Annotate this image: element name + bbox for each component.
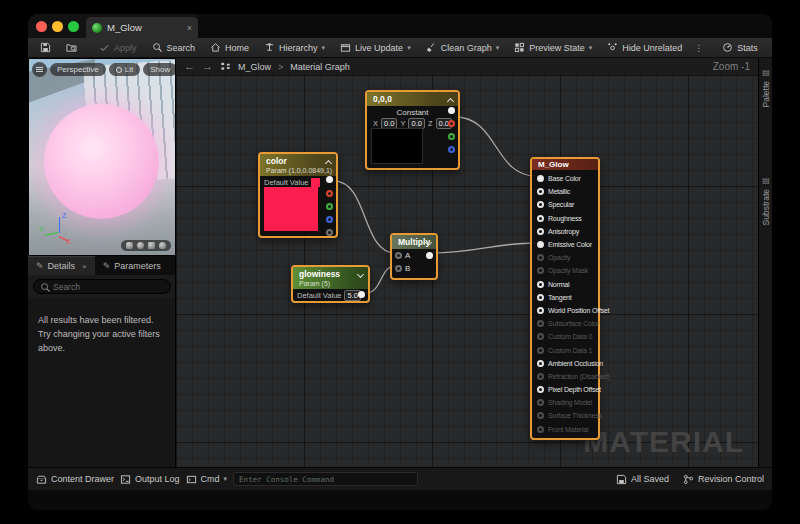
glowiness-output-pin[interactable] — [358, 291, 365, 298]
lit-mode-button[interactable]: Lit — [109, 63, 140, 76]
cmd-dropdown[interactable]: Cmd▾ — [186, 474, 228, 485]
collapse-chevron-icon[interactable] — [325, 160, 332, 167]
details-search-box[interactable] — [33, 279, 171, 294]
preview-state-dropdown[interactable]: Preview State▾ — [508, 40, 598, 55]
forward-arrow-icon[interactable]: → — [202, 61, 213, 72]
material-pin-front-material[interactable]: Front Material — [532, 423, 598, 436]
material-pin-opacity-mask[interactable]: Opacity Mask — [532, 264, 598, 277]
show-menu-button[interactable]: Show — [143, 63, 176, 76]
material-pin-opacity[interactable]: Opacity — [532, 251, 598, 264]
pin-icon[interactable] — [537, 188, 544, 195]
material-pin-subsurface-color[interactable]: Subsurface Color — [532, 317, 598, 330]
material-pin-metallic[interactable]: Metallic — [532, 185, 598, 198]
node-multiply[interactable]: Multiply A B — [390, 233, 438, 280]
expand-chevron-icon[interactable] — [357, 271, 364, 278]
constant-b-pin[interactable] — [448, 146, 455, 153]
pin-icon[interactable] — [537, 360, 544, 367]
node-constant-header[interactable]: 0,0,0 — [367, 92, 458, 106]
browse-asset-button[interactable] — [60, 40, 83, 55]
back-arrow-icon[interactable]: ← — [184, 61, 195, 72]
color-b-pin[interactable] — [326, 216, 333, 223]
hierarchy-dropdown[interactable]: Hierarchy▾ — [258, 40, 331, 55]
all-saved-status[interactable]: All Saved — [616, 474, 669, 485]
pin-icon[interactable] — [537, 281, 544, 288]
tab-parameters[interactable]: ✎ Parameters — [95, 256, 169, 275]
material-pin-pixel-depth-offset[interactable]: Pixel Depth Offset — [532, 383, 598, 396]
platform-stats-button[interactable]: Platform Stats — [767, 40, 772, 55]
home-button[interactable]: Home — [204, 40, 255, 55]
node-multiply-header[interactable]: Multiply — [392, 235, 436, 249]
save-button[interactable] — [34, 40, 57, 55]
pin-icon[interactable] — [537, 307, 544, 314]
close-tab-icon[interactable]: × — [187, 23, 192, 33]
pin-icon[interactable] — [537, 267, 544, 274]
hide-unrelated-options-icon[interactable]: ⋮ — [691, 43, 706, 53]
multiply-output-pin[interactable] — [426, 252, 433, 259]
cylinder-shape-button[interactable] — [126, 242, 133, 249]
material-pin-refraction-disabled-[interactable]: Refraction (Disabled) — [532, 370, 598, 383]
pin-icon[interactable] — [537, 412, 544, 419]
content-drawer-button[interactable]: Content Drawer — [36, 474, 114, 485]
material-pin-tangent[interactable]: Tangent — [532, 291, 598, 304]
material-pin-custom-data-1[interactable]: Custom Data 1 — [532, 343, 598, 356]
pin-icon[interactable] — [537, 175, 544, 182]
pin-icon[interactable] — [537, 228, 544, 235]
material-pin-base-color[interactable]: Base Color — [532, 172, 598, 185]
console-command-input[interactable] — [239, 475, 412, 484]
node-constant[interactable]: 0,0,0 Constant X 0.0 Y 0.0 Z 0.0 — [365, 90, 460, 170]
material-pin-roughness[interactable]: Roughness — [532, 212, 598, 225]
pin-icon[interactable] — [537, 373, 544, 380]
material-graph-canvas[interactable]: ← → M_Glow > Material Graph Zoom -1 0,0,… — [176, 58, 758, 467]
pin-icon[interactable] — [537, 347, 544, 354]
node-color-param[interactable]: color Param (1,0,0.0849,1) Default Value — [258, 152, 338, 238]
material-pin-surface-thickness[interactable]: Surface Thickness — [532, 409, 598, 422]
material-pin-anisotropy[interactable]: Anisotropy — [532, 225, 598, 238]
material-pin-custom-data-0[interactable]: Custom Data 0 — [532, 330, 598, 343]
apply-button[interactable]: Apply — [93, 40, 143, 55]
breadcrumb-root[interactable]: M_Glow — [238, 62, 271, 72]
node-glowiness[interactable]: glowiness Param (5) Default Value 5.0 — [291, 265, 370, 303]
pin-icon[interactable] — [537, 399, 544, 406]
material-pin-ambient-occlusion[interactable]: Ambient Occlusion — [532, 357, 598, 370]
pin-icon[interactable] — [537, 215, 544, 222]
material-pin-normal[interactable]: Normal — [532, 278, 598, 291]
material-pin-shading-model[interactable]: Shading Model — [532, 396, 598, 409]
material-pin-world-position-offset[interactable]: World Position Offset — [532, 304, 598, 317]
pin-icon[interactable] — [537, 320, 544, 327]
pin-icon[interactable] — [537, 201, 544, 208]
multiply-a-pin[interactable] — [395, 252, 402, 259]
pin-icon[interactable] — [537, 426, 544, 433]
node-glowiness-header[interactable]: glowiness Param (5) — [293, 267, 368, 289]
clean-graph-dropdown[interactable]: Clean Graph▾ — [420, 40, 506, 55]
material-pin-specular[interactable]: Specular — [532, 198, 598, 211]
tab-details[interactable]: ✎ Details × — [28, 256, 95, 275]
sphere-shape-button[interactable] — [137, 242, 144, 249]
hide-unrelated-button[interactable]: Hide Unrelated — [601, 40, 688, 55]
color-r-pin[interactable] — [326, 190, 333, 197]
perspective-button[interactable]: Perspective — [50, 63, 106, 76]
node-color-header[interactable]: color Param (1,0,0.0849,1) — [260, 154, 336, 176]
close-window-button[interactable] — [36, 21, 47, 32]
live-update-dropdown[interactable]: Live Update▾ — [334, 40, 417, 55]
node-material-result[interactable]: M_Glow Base ColorMetallicSpecularRoughne… — [530, 157, 600, 440]
viewport-menu-button[interactable] — [32, 62, 47, 77]
breadcrumb-current[interactable]: Material Graph — [290, 62, 350, 72]
constant-output-pin[interactable] — [448, 107, 455, 114]
teapot-shape-button[interactable] — [159, 242, 166, 249]
tab-substrate[interactable]: ▤ Substrate — [759, 176, 772, 225]
collapse-chevron-icon[interactable] — [447, 98, 454, 105]
constant-r-pin[interactable] — [448, 120, 455, 127]
asset-tab-m-glow[interactable]: M_Glow × — [86, 17, 198, 38]
search-button[interactable]: Search — [146, 40, 202, 55]
result-node-header[interactable]: M_Glow — [532, 159, 598, 170]
pin-icon[interactable] — [537, 254, 544, 261]
pin-icon[interactable] — [537, 241, 544, 248]
revision-control-button[interactable]: Revision Control — [683, 474, 764, 485]
material-pin-emissive-color[interactable]: Emissive Color — [532, 238, 598, 251]
pin-icon[interactable] — [537, 386, 544, 393]
constant-g-pin[interactable] — [448, 133, 455, 140]
output-log-button[interactable]: Output Log — [120, 474, 180, 485]
cube-shape-button[interactable] — [148, 242, 155, 249]
color-g-pin[interactable] — [326, 203, 333, 210]
multiply-b-pin[interactable] — [395, 265, 402, 272]
